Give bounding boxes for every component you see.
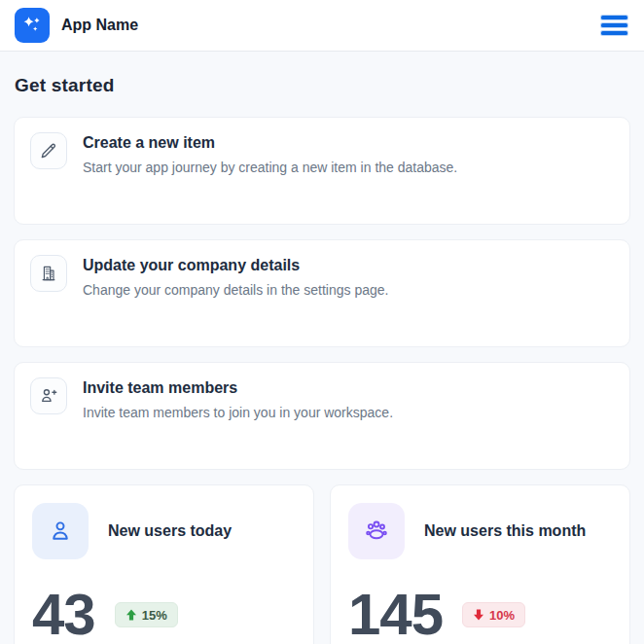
trend-value: 10% xyxy=(489,608,515,623)
app-name: App Name xyxy=(61,17,138,34)
stats-row: New users today 43 15% xyxy=(14,484,630,644)
card-invite-members[interactable]: Invite team members Invite team members … xyxy=(14,362,630,470)
card-description: Change your company details in the setti… xyxy=(83,282,388,298)
pencil-icon xyxy=(30,132,67,169)
card-title: Invite team members xyxy=(83,379,393,397)
building-icon xyxy=(30,255,67,292)
hamburger-icon xyxy=(601,16,627,19)
arrow-down-icon xyxy=(473,609,484,621)
stat-value: 43 xyxy=(32,586,95,644)
card-title: Update your company details xyxy=(83,257,388,274)
trend-badge-down: 10% xyxy=(462,602,525,627)
sparkles-icon xyxy=(20,14,44,37)
stat-label: New users today xyxy=(108,522,232,540)
card-description: Invite team members to join you in your … xyxy=(83,405,393,420)
user-icon xyxy=(32,503,89,559)
trend-value: 15% xyxy=(142,608,167,623)
person-add-icon xyxy=(30,377,67,414)
card-create-item[interactable]: Create a new item Start your app journey… xyxy=(14,117,630,225)
menu-button[interactable] xyxy=(599,12,629,39)
card-description: Start your app journey by creating a new… xyxy=(83,160,457,175)
card-company-details[interactable]: Update your company details Change your … xyxy=(14,239,630,347)
page-title: Get started xyxy=(15,75,630,96)
app-logo[interactable] xyxy=(15,8,50,43)
stat-card-new-users-month[interactable]: New users this month 145 10% xyxy=(330,484,630,644)
stat-card-new-users-today[interactable]: New users today 43 15% xyxy=(14,484,314,644)
arrow-up-icon xyxy=(125,609,137,621)
trend-badge-up: 15% xyxy=(115,602,178,627)
users-group-icon xyxy=(348,503,405,559)
card-title: Create a new item xyxy=(83,134,457,152)
main-content: Get started Create a new item Start your… xyxy=(0,52,644,644)
app-header: App Name xyxy=(0,0,644,52)
stat-value: 145 xyxy=(348,586,443,644)
stat-label: New users this month xyxy=(424,522,586,540)
